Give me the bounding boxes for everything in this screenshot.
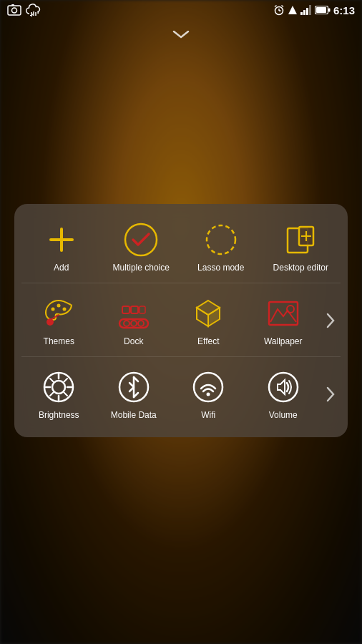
panel-row-1-items: Add Multiple choice Lasso mode	[21, 217, 341, 277]
svg-rect-37	[131, 306, 138, 313]
battery-icon	[315, 6, 331, 14]
svg-rect-14	[306, 8, 308, 15]
themes-label: Themes	[44, 336, 74, 346]
svg-point-21	[125, 224, 157, 255]
wallpaper-label: Wallpaper	[264, 336, 303, 346]
svg-point-30	[47, 318, 54, 326]
photo-icon	[7, 4, 21, 16]
svg-line-10	[281, 6, 283, 7]
svg-point-29	[63, 308, 67, 311]
dock-label: Dock	[124, 336, 143, 346]
status-time: 6:13	[333, 4, 355, 16]
svg-line-52	[64, 379, 68, 382]
volume-icon	[265, 369, 302, 406]
alarm-icon	[273, 4, 285, 16]
svg-rect-12	[300, 12, 303, 15]
divider-1	[21, 283, 341, 283]
panel-row-3: Brightness Mobile Data	[21, 364, 341, 424]
dock-icon	[115, 295, 152, 332]
svg-point-57	[194, 373, 222, 401]
brightness-icon-wrap	[40, 369, 77, 406]
svg-rect-0	[8, 6, 21, 15]
svg-rect-15	[309, 5, 311, 15]
svg-point-58	[207, 393, 210, 396]
desktop-editor-label: Desktop editor	[273, 263, 328, 273]
svg-point-35	[138, 321, 144, 326]
mobile-data-icon	[115, 369, 152, 406]
chevron-down-indicator[interactable]	[171, 27, 191, 44]
svg-point-33	[124, 321, 129, 326]
svg-point-45	[52, 381, 65, 394]
signal-bars-icon	[300, 5, 312, 15]
svg-point-34	[131, 321, 137, 326]
status-left-icons	[7, 4, 41, 16]
lasso-mode-item[interactable]: Lasso mode	[189, 217, 253, 277]
dock-item[interactable]: Dock	[102, 291, 166, 351]
lasso-mode-icon	[202, 221, 240, 258]
svg-rect-13	[303, 10, 305, 15]
desktop-editor-item[interactable]: Desktop editor	[268, 217, 333, 277]
svg-rect-38	[140, 306, 145, 313]
desktop-editor-icon-wrap	[282, 221, 319, 258]
divider-2	[21, 356, 341, 357]
svg-line-9	[275, 6, 277, 7]
svg-point-27	[52, 308, 55, 311]
add-icon-wrap	[43, 221, 80, 258]
wallpaper-item[interactable]: Wallpaper	[251, 291, 315, 351]
lasso-mode-label: Lasso mode	[197, 263, 244, 273]
svg-point-1	[12, 8, 17, 13]
wifi-signal-icon	[288, 5, 298, 15]
svg-point-43	[287, 306, 294, 313]
lasso-mode-icon-wrap	[202, 221, 240, 258]
volume-label: Volume	[269, 410, 298, 420]
svg-line-53	[50, 393, 54, 396]
effect-item[interactable]: Effect	[176, 291, 240, 351]
wifi-item[interactable]: Wifi	[176, 364, 240, 424]
svg-rect-2	[11, 4, 14, 6]
svg-rect-18	[328, 9, 331, 12]
wallpaper-icon-wrap	[265, 295, 302, 332]
row2-next-arrow[interactable]	[321, 311, 341, 331]
svg-point-22	[207, 225, 235, 254]
dock-icon-wrap	[115, 295, 152, 332]
wifi-label: Wifi	[201, 410, 215, 420]
status-bar: 6:13	[0, 0, 362, 20]
svg-line-51	[64, 393, 68, 396]
effect-icon	[190, 295, 227, 332]
wifi-icon-wrap	[190, 369, 227, 406]
volume-item[interactable]: Volume	[251, 364, 315, 424]
panel-row-3-items: Brightness Mobile Data	[21, 364, 321, 424]
panel-row-2: Themes	[21, 291, 341, 351]
mobile-data-label: Mobile Data	[111, 410, 157, 420]
svg-rect-36	[122, 306, 129, 313]
quick-settings-panel: Add Multiple choice Lasso mode	[14, 204, 348, 437]
svg-line-50	[50, 379, 54, 382]
row3-next-arrow[interactable]	[321, 384, 341, 404]
add-icon	[44, 222, 79, 258]
volume-icon-wrap	[265, 369, 302, 406]
wifi-icon	[190, 369, 227, 406]
effect-label: Effect	[197, 336, 219, 346]
themes-item[interactable]: Themes	[26, 291, 91, 351]
add-label: Add	[54, 263, 69, 273]
multiple-choice-icon-wrap	[122, 221, 160, 258]
multiple-choice-label: Multiple choice	[113, 263, 170, 273]
brightness-icon	[40, 369, 77, 406]
desktop-editor-icon	[282, 221, 319, 258]
svg-marker-11	[288, 6, 297, 14]
mobile-data-icon-wrap	[115, 369, 152, 406]
brightness-item[interactable]: Brightness	[26, 364, 91, 424]
multiple-choice-icon	[122, 221, 160, 258]
panel-row-2-items: Themes	[21, 291, 321, 351]
effect-icon-wrap	[190, 295, 227, 332]
brightness-label: Brightness	[39, 410, 79, 420]
add-item[interactable]: Add	[29, 217, 94, 277]
cloud-icon	[26, 4, 41, 16]
svg-point-59	[269, 373, 298, 401]
multiple-choice-item[interactable]: Multiple choice	[109, 217, 173, 277]
svg-rect-17	[316, 7, 326, 13]
themes-icon-wrap	[40, 295, 77, 332]
mobile-data-item[interactable]: Mobile Data	[102, 364, 166, 424]
svg-marker-60	[278, 380, 285, 394]
svg-point-28	[57, 304, 61, 308]
